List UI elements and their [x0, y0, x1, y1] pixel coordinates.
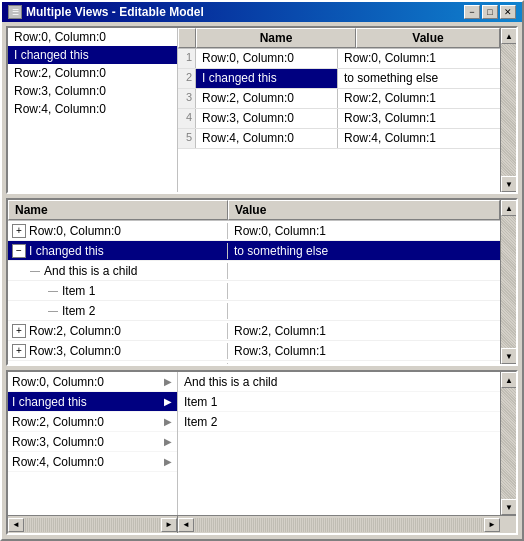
tree-content: Name Value +Row:0, Column:0Row:0, Column…: [8, 200, 500, 364]
tree-body[interactable]: +Row:0, Column:0Row:0, Column:1−I change…: [8, 221, 500, 364]
tree-name-cell: —Item 1: [8, 283, 228, 299]
top-list-item[interactable]: Row:0, Column:0: [8, 28, 177, 46]
tree-value-cell: [228, 290, 500, 292]
bottom-left-list[interactable]: Row:0, Column:0▶I changed this▶Row:2, Co…: [8, 372, 178, 515]
middle-scroll-track: [501, 216, 516, 348]
tree-item-name: I changed this: [29, 244, 104, 258]
bottom-left-item[interactable]: Row:2, Column:0▶: [8, 412, 177, 432]
table-header: Name Value: [178, 28, 500, 49]
bottom-scrollbar[interactable]: ▲ ▼: [500, 372, 516, 515]
hscroll-right-left-btn[interactable]: ◄: [178, 518, 194, 532]
top-scrollbar[interactable]: ▲ ▼: [500, 28, 516, 192]
top-left-list[interactable]: Row:0, Column:0I changed thisRow:2, Colu…: [8, 28, 178, 192]
tree-connector: —: [48, 285, 58, 296]
collapse-button[interactable]: −: [12, 244, 26, 258]
tree-row[interactable]: +Row:0, Column:0Row:0, Column:1: [8, 221, 500, 241]
bottom-scroll-up[interactable]: ▲: [501, 372, 516, 388]
tree-row[interactable]: +Row:2, Column:0Row:2, Column:1: [8, 321, 500, 341]
hscroll-right-right-btn[interactable]: ►: [484, 518, 500, 532]
arrow-icon: ▶: [163, 416, 173, 427]
bottom-hscroll-row: ◄ ► ◄ ►: [8, 515, 516, 533]
table-row[interactable]: 3Row:2, Column:0Row:2, Column:1: [178, 89, 500, 109]
tree-row[interactable]: —Item 2: [8, 301, 500, 321]
tree-value-cell: to something else: [228, 243, 500, 259]
bottom-item-text: Row:3, Column:0: [12, 435, 104, 449]
value-column-header: Value: [356, 28, 500, 48]
row-name-cell: I changed this: [196, 69, 338, 88]
bottom-right-list: And this is a childItem 1Item 2: [178, 372, 500, 515]
hscroll-left-widget: ◄ ►: [8, 518, 177, 532]
tree-item-name: Item 1: [62, 284, 95, 298]
hscroll-left-right-btn[interactable]: ►: [161, 518, 177, 532]
tree-value-cell: [228, 270, 500, 272]
scroll-track: [501, 44, 516, 176]
tree-item-name: Row:4, Column:0: [29, 364, 121, 365]
bottom-left-item[interactable]: Row:0, Column:0▶: [8, 372, 177, 392]
content-area: Row:0, Column:0I changed thisRow:2, Colu…: [2, 22, 522, 539]
top-list-item[interactable]: I changed this: [8, 46, 177, 64]
bottom-right-item: Item 2: [178, 412, 500, 432]
middle-scroll-up[interactable]: ▲: [501, 200, 517, 216]
row-number: 1: [178, 49, 196, 68]
bottom-right-hscroll: ◄ ►: [178, 516, 500, 533]
table-body[interactable]: 1Row:0, Column:0Row:0, Column:12I change…: [178, 49, 500, 192]
top-panel: Row:0, Column:0I changed thisRow:2, Colu…: [6, 26, 518, 194]
table-row[interactable]: 5Row:4, Column:0Row:4, Column:1: [178, 129, 500, 149]
tree-row[interactable]: —Item 1: [8, 281, 500, 301]
top-list-item[interactable]: Row:2, Column:0: [8, 64, 177, 82]
tree-item-name: Row:0, Column:0: [29, 224, 121, 238]
hscroll-left-track: [24, 518, 161, 532]
window-icon: ☰: [8, 5, 22, 19]
table-row[interactable]: 2I changed thisto something else: [178, 69, 500, 89]
tree-name-cell: —Item 2: [8, 303, 228, 319]
scroll-down-button[interactable]: ▼: [501, 176, 517, 192]
tree-item-name: And this is a child: [44, 264, 137, 278]
minimize-button[interactable]: −: [464, 5, 480, 19]
tree-row[interactable]: +Row:4, Column:0Row:4, Column:1: [8, 361, 500, 364]
tree-connector: —: [48, 305, 58, 316]
tree-row[interactable]: —And this is a child: [8, 261, 500, 281]
tree-name-cell: +Row:0, Column:0: [8, 223, 228, 239]
bottom-left-item[interactable]: Row:3, Column:0▶: [8, 432, 177, 452]
hscroll-right-track: [194, 518, 484, 532]
row-number: 4: [178, 109, 196, 128]
bottom-right-item: Item 1: [178, 392, 500, 412]
top-list-item[interactable]: Row:4, Column:0: [8, 100, 177, 118]
bottom-left-item[interactable]: Row:4, Column:0▶: [8, 452, 177, 472]
hscroll-left-btn[interactable]: ◄: [8, 518, 24, 532]
title-bar: ☰ Multiple Views - Editable Model − □ ✕: [2, 2, 522, 22]
bottom-item-text: Row:4, Column:0: [12, 455, 104, 469]
tree-row[interactable]: −I changed thisto something else: [8, 241, 500, 261]
tree-value-cell: Row:2, Column:1: [228, 323, 500, 339]
middle-scroll-down[interactable]: ▼: [501, 348, 517, 364]
scroll-up-button[interactable]: ▲: [501, 28, 517, 44]
bottom-item-text: Row:0, Column:0: [12, 375, 104, 389]
row-value-cell: Row:0, Column:1: [338, 49, 500, 68]
row-value-cell: Row:2, Column:1: [338, 89, 500, 108]
table-row[interactable]: 4Row:3, Column:0Row:3, Column:1: [178, 109, 500, 129]
row-value-cell: Row:4, Column:1: [338, 129, 500, 148]
bottom-scroll-down[interactable]: ▼: [501, 499, 516, 515]
maximize-button[interactable]: □: [482, 5, 498, 19]
row-value-cell: Row:3, Column:1: [338, 109, 500, 128]
expand-button[interactable]: +: [12, 324, 26, 338]
tree-value-cell: Row:3, Column:1: [228, 343, 500, 359]
expand-button[interactable]: +: [12, 364, 26, 365]
bottom-right-item: And this is a child: [178, 372, 500, 392]
bottom-left-item[interactable]: I changed this▶: [8, 392, 177, 412]
table-row[interactable]: 1Row:0, Column:0Row:0, Column:1: [178, 49, 500, 69]
bottom-left-hscroll: ◄ ►: [8, 516, 178, 533]
top-list-item[interactable]: Row:3, Column:0: [8, 82, 177, 100]
expand-button[interactable]: +: [12, 344, 26, 358]
tree-row[interactable]: +Row:3, Column:0Row:3, Column:1: [8, 341, 500, 361]
title-buttons: − □ ✕: [464, 5, 516, 19]
expand-button[interactable]: +: [12, 224, 26, 238]
tree-item-name: Row:3, Column:0: [29, 344, 121, 358]
row-number: 3: [178, 89, 196, 108]
row-name-cell: Row:2, Column:0: [196, 89, 338, 108]
arrow-icon: ▶: [163, 436, 173, 447]
middle-scrollbar[interactable]: ▲ ▼: [500, 200, 516, 364]
tree-header: Name Value: [8, 200, 500, 221]
close-button[interactable]: ✕: [500, 5, 516, 19]
tree-value-cell: Row:0, Column:1: [228, 223, 500, 239]
